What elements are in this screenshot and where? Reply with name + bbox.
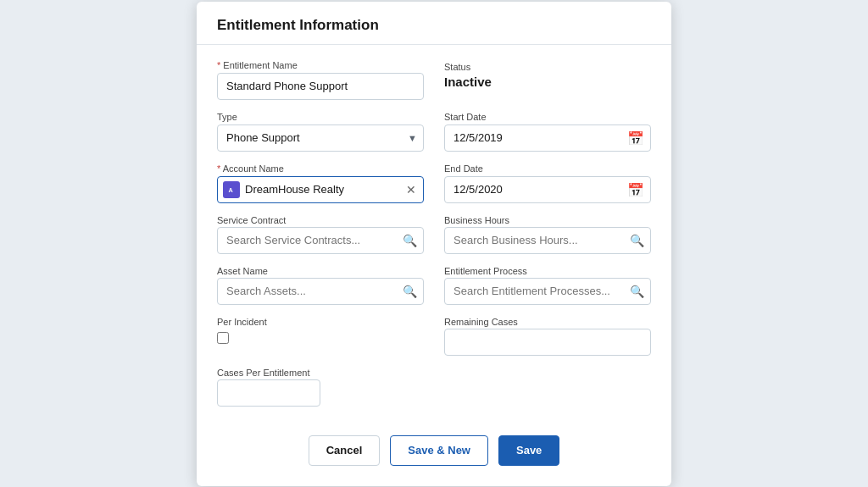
form-row-7: Cases Per Entitlement bbox=[217, 368, 651, 407]
account-name-label: Account Name bbox=[217, 163, 424, 174]
type-group: Type Phone Support Web Email ▼ bbox=[217, 112, 424, 152]
form-row-3: Account Name A DreamHouse Realty ✕ End D… bbox=[217, 163, 651, 203]
modal-footer: Cancel Save & New Save bbox=[197, 418, 671, 466]
start-date-input[interactable] bbox=[444, 125, 651, 152]
type-select-wrapper: Phone Support Web Email ▼ bbox=[217, 125, 424, 152]
cases-per-entitlement-group: Cases Per Entitlement bbox=[217, 368, 424, 407]
remaining-cases-label: Remaining Cases bbox=[444, 317, 651, 327]
status-value: Inactive bbox=[444, 75, 651, 89]
modal-title: Entitlement Information bbox=[197, 2, 671, 45]
type-select[interactable]: Phone Support Web Email bbox=[217, 125, 424, 152]
end-date-label: End Date bbox=[444, 163, 651, 174]
account-icon: A bbox=[223, 181, 240, 198]
save-button[interactable]: Save bbox=[498, 435, 559, 466]
save-new-button[interactable]: Save & New bbox=[390, 435, 488, 466]
form-row-4: Service Contract 🔍 Business Hours 🔍 bbox=[217, 215, 651, 254]
service-contract-group: Service Contract 🔍 bbox=[217, 215, 424, 254]
status-label: Status bbox=[444, 62, 651, 72]
form-row-2: Type Phone Support Web Email ▼ Start Dat… bbox=[217, 112, 651, 152]
per-incident-checkbox[interactable] bbox=[217, 332, 229, 344]
remaining-cases-group: Remaining Cases bbox=[444, 317, 651, 356]
spacer-group bbox=[444, 368, 651, 407]
form-row-5: Asset Name 🔍 Entitlement Process 🔍 bbox=[217, 266, 651, 305]
clear-account-icon[interactable]: ✕ bbox=[404, 182, 418, 197]
entitlement-name-label: Entitlement Name bbox=[217, 60, 424, 70]
entitlement-process-group: Entitlement Process 🔍 bbox=[444, 266, 651, 305]
end-date-input[interactable] bbox=[444, 176, 651, 203]
asset-name-input[interactable] bbox=[217, 278, 424, 305]
entitlement-process-search-wrapper: 🔍 bbox=[444, 278, 651, 305]
start-date-label: Start Date bbox=[444, 112, 651, 122]
business-hours-group: Business Hours 🔍 bbox=[444, 215, 651, 254]
start-date-group: Start Date 📅 bbox=[444, 112, 651, 152]
remaining-cases-input[interactable] bbox=[444, 329, 651, 356]
asset-search-wrapper: 🔍 bbox=[217, 278, 424, 305]
status-group: Status Inactive bbox=[444, 60, 651, 100]
cases-per-entitlement-input[interactable] bbox=[217, 379, 320, 407]
start-date-wrapper: 📅 bbox=[444, 125, 651, 152]
service-contract-input[interactable] bbox=[217, 227, 424, 254]
cases-per-entitlement-label: Cases Per Entitlement bbox=[217, 368, 424, 378]
account-name-value: DreamHouse Realty bbox=[245, 183, 399, 196]
per-incident-checkbox-wrapper bbox=[217, 332, 424, 344]
svg-text:A: A bbox=[228, 186, 233, 194]
end-date-group: End Date 📅 bbox=[444, 163, 651, 203]
service-contract-label: Service Contract bbox=[217, 215, 424, 225]
asset-name-group: Asset Name 🔍 bbox=[217, 266, 424, 305]
account-field[interactable]: A DreamHouse Realty ✕ bbox=[217, 176, 424, 203]
cancel-button[interactable]: Cancel bbox=[309, 435, 381, 466]
entitlement-process-input[interactable] bbox=[444, 278, 651, 305]
type-label: Type bbox=[217, 112, 424, 122]
form-row-1: Entitlement Name Status Inactive bbox=[217, 60, 651, 100]
entitlement-modal: Entitlement Information Entitlement Name… bbox=[197, 2, 671, 486]
account-name-group: Account Name A DreamHouse Realty ✕ bbox=[217, 163, 424, 203]
entitlement-process-label: Entitlement Process bbox=[444, 266, 651, 276]
per-incident-group: Per Incident bbox=[217, 317, 424, 356]
end-date-wrapper: 📅 bbox=[444, 176, 651, 203]
entitlement-name-group: Entitlement Name bbox=[217, 60, 424, 100]
business-hours-input[interactable] bbox=[444, 227, 651, 254]
business-hours-search-wrapper: 🔍 bbox=[444, 227, 651, 254]
entitlement-name-input[interactable] bbox=[217, 73, 424, 100]
business-hours-label: Business Hours bbox=[444, 215, 651, 225]
per-incident-label: Per Incident bbox=[217, 317, 424, 327]
service-contract-search-wrapper: 🔍 bbox=[217, 227, 424, 254]
form-row-6: Per Incident Remaining Cases bbox=[217, 317, 651, 356]
modal-body: Entitlement Name Status Inactive Type Ph… bbox=[197, 45, 671, 407]
asset-name-label: Asset Name bbox=[217, 266, 424, 276]
